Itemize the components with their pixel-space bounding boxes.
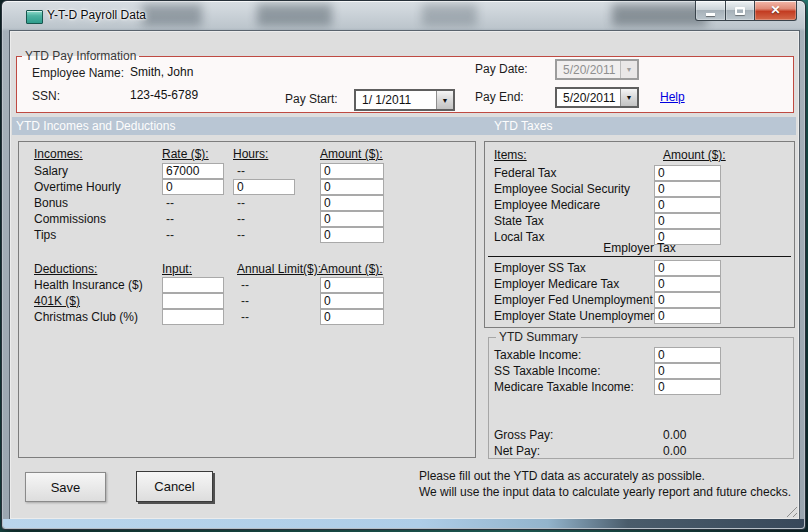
table-row: Employer Fed Unemployment xyxy=(485,292,794,308)
tips-amount-input[interactable] xyxy=(320,227,384,243)
pay-start-dropdown-arrow-icon[interactable]: ▼ xyxy=(436,91,453,109)
taxes-section-header: YTD Taxes xyxy=(494,117,552,135)
close-button[interactable]: ✕ xyxy=(754,1,797,21)
taxable-income-label: Taxable Income: xyxy=(494,348,654,363)
ss-taxable-income-amount-input[interactable] xyxy=(654,363,721,379)
table-row: Employee Social Security xyxy=(485,181,794,197)
employee-social-security-amount-input[interactable] xyxy=(654,181,721,197)
footer-note-line1: Please fill out the YTD data as accurate… xyxy=(419,469,705,483)
maximize-button[interactable] xyxy=(725,1,755,21)
pay-start-combobox[interactable]: 1/ 1/2011 ▼ xyxy=(354,89,455,111)
pay-start-label: Pay Start: xyxy=(285,93,338,106)
desktop-background: Y-T-D Payroll Data ✕ YTD Pay Information… xyxy=(0,0,808,532)
table-row: Employer SS Tax xyxy=(485,260,794,276)
state-tax-label: State Tax xyxy=(494,214,654,229)
pay-end-combobox[interactable]: 5/20/2011 ▼ xyxy=(555,87,639,108)
employee-social-security-label: Employee Social Security xyxy=(494,182,654,197)
tips-label: Tips xyxy=(34,228,159,243)
overtime-hourly-hours-input[interactable] xyxy=(233,179,295,195)
employee-name-label: Employee Name: xyxy=(32,67,124,80)
deduction-amount-column-header: Amount ($): xyxy=(320,262,383,276)
table-row: Employer State Unemployment xyxy=(485,308,794,324)
title-bar[interactable]: Y-T-D Payroll Data xyxy=(2,1,805,30)
window-title: Y-T-D Payroll Data xyxy=(47,1,146,30)
pay-info-groupbox: YTD Pay Information Employee Name: Smith… xyxy=(16,56,794,113)
employer-fed-unemployment-label: Employer Fed Unemployment xyxy=(494,293,654,308)
employer-tax-rows: Employer SS TaxEmployer Medicare TaxEmpl… xyxy=(485,260,794,324)
table-row: Overtime Hourly xyxy=(19,179,475,195)
employer-state-unemployment-label: Employer State Unemployment xyxy=(494,309,654,324)
christmas-club-amount-input[interactable] xyxy=(320,309,384,325)
health-insurance-input-input[interactable] xyxy=(162,277,224,293)
items-column-header: Items: xyxy=(494,148,527,162)
pay-end-label: Pay End: xyxy=(475,91,524,104)
salary-hours-dash: -- xyxy=(237,164,245,179)
overtime-hourly-rate-input[interactable] xyxy=(162,179,224,195)
medicare-taxable-income-label: Medicare Taxable Income: xyxy=(494,380,654,395)
commissions-hours-dash: -- xyxy=(237,212,245,227)
glass-reflection xyxy=(142,4,202,26)
salary-rate-input[interactable] xyxy=(162,163,224,179)
tips-rate-dash: -- xyxy=(166,228,174,243)
rate-column-header: Rate ($): xyxy=(162,147,209,161)
caption-buttons: ✕ xyxy=(696,1,797,21)
incomes-column-header: Incomes: xyxy=(34,147,83,161)
state-tax-amount-input[interactable] xyxy=(654,213,721,229)
resize-grip[interactable] xyxy=(784,504,797,517)
pay-date-combobox: 5/20/2011 ▼ xyxy=(555,59,639,80)
maximize-icon xyxy=(735,7,745,15)
employer-state-unemployment-amount-input[interactable] xyxy=(654,308,721,324)
employee-name-value: Smith, John xyxy=(130,66,193,79)
employer-ss-tax-amount-input[interactable] xyxy=(654,260,721,276)
commissions-amount-input[interactable] xyxy=(320,211,384,227)
incomes-deductions-panel: Incomes: Rate ($): Hours: Amount ($): Sa… xyxy=(18,141,476,458)
incomes-section-header: YTD Incomes and Deductions xyxy=(16,117,175,135)
bonus-amount-input[interactable] xyxy=(320,195,384,211)
taxable-income-amount-input[interactable] xyxy=(654,347,721,363)
table-row: Federal Tax xyxy=(485,165,794,181)
christmas-club-label: Christmas Club (%) xyxy=(34,310,159,325)
deduction-rows: Health Insurance ($)--401K ($)--Christma… xyxy=(19,277,475,325)
tips-hours-dash: -- xyxy=(237,228,245,243)
pay-start-value: 1/ 1/2011 xyxy=(356,91,436,109)
commissions-rate-dash: -- xyxy=(166,212,174,227)
table-row: Medicare Taxable Income: xyxy=(489,379,793,395)
employer-ss-tax-label: Employer SS Tax xyxy=(494,261,654,276)
dialog-client-area: YTD Pay Information Employee Name: Smith… xyxy=(9,30,800,520)
employer-medicare-tax-label: Employer Medicare Tax xyxy=(494,277,654,292)
medicare-taxable-income-amount-input[interactable] xyxy=(654,379,721,395)
glass-reflection xyxy=(612,4,707,26)
employee-medicare-label: Employee Medicare xyxy=(494,198,654,213)
table-row: SS Taxable Income: xyxy=(489,363,793,379)
table-row: Health Insurance ($)-- xyxy=(19,277,475,293)
close-icon: ✕ xyxy=(770,2,780,19)
salary-amount-input[interactable] xyxy=(320,163,384,179)
401k-input-input[interactable] xyxy=(162,293,224,309)
minimize-button[interactable] xyxy=(695,1,726,21)
salary-label: Salary xyxy=(34,164,159,179)
health-insurance-label: Health Insurance ($) xyxy=(34,278,159,293)
table-row: Employee Medicare xyxy=(485,197,794,213)
employer-medicare-tax-amount-input[interactable] xyxy=(654,276,721,292)
pay-end-dropdown-arrow-icon[interactable]: ▼ xyxy=(620,89,637,106)
employee-medicare-amount-input[interactable] xyxy=(654,197,721,213)
minimize-icon xyxy=(706,13,715,16)
gross-pay-label: Gross Pay: xyxy=(494,428,553,442)
commissions-label: Commissions xyxy=(34,212,159,227)
net-pay-label: Net Pay: xyxy=(494,444,540,458)
employer-fed-unemployment-amount-input[interactable] xyxy=(654,292,721,308)
save-button[interactable]: Save xyxy=(25,472,106,502)
glass-reflection xyxy=(257,4,332,26)
christmas-club-input-input[interactable] xyxy=(162,309,224,325)
gross-pay-value: 0.00 xyxy=(663,428,686,442)
overtime-hourly-amount-input[interactable] xyxy=(320,179,384,195)
dialog-window: Y-T-D Payroll Data ✕ YTD Pay Information… xyxy=(1,0,806,530)
401k-amount-input[interactable] xyxy=(320,293,384,309)
health-insurance-amount-input[interactable] xyxy=(320,277,384,293)
federal-tax-label: Federal Tax xyxy=(494,166,654,181)
federal-tax-amount-input[interactable] xyxy=(654,165,721,181)
summary-legend: YTD Summary xyxy=(496,331,581,344)
help-link[interactable]: Help xyxy=(660,91,685,104)
christmas-club-limit-dash: -- xyxy=(241,310,249,325)
cancel-button[interactable]: Cancel xyxy=(136,471,213,502)
